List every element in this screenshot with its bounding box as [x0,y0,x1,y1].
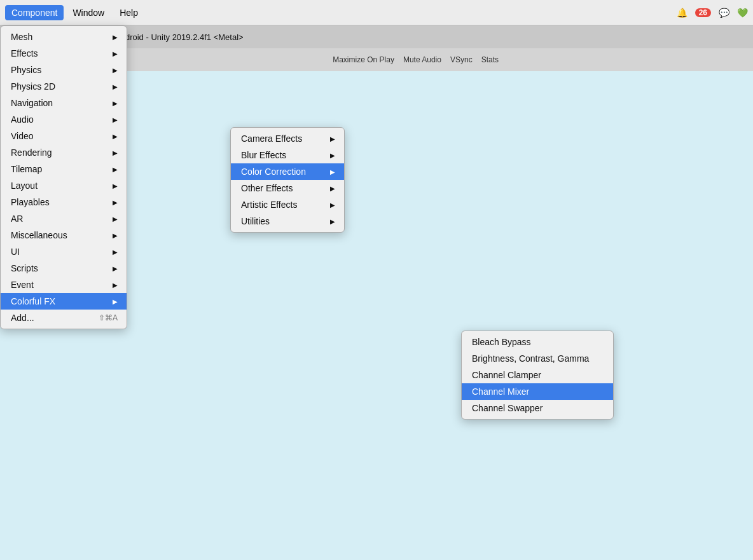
arrow-icon: ▶ [113,50,118,57]
submenu-color-correction[interactable]: Color Correction ▶ [231,163,344,180]
mute-audio[interactable]: Mute Audio [403,55,441,64]
arrow-icon: ▶ [113,199,118,206]
submenu-other-effects[interactable]: Other Effects ▶ [231,180,344,196]
color-correction-submenu: Bleach Bypass Brightness, Contrast, Gamm… [461,331,614,420]
colorful-fx-submenu: Camera Effects ▶ Blur Effects ▶ Color Co… [230,127,345,233]
arrow-icon: ▶ [330,152,335,159]
menu-item-ar[interactable]: AR ▶ [1,210,127,227]
menu-item-physics2d[interactable]: Physics 2D ▶ [1,78,127,95]
arrow-icon: ▶ [113,133,118,140]
submenu-utilities[interactable]: Utilities ▶ [231,213,344,229]
maximize-on-play[interactable]: Maximize On Play [333,55,394,64]
bell-icon: 🔔 [677,8,687,18]
submenu-camera-effects[interactable]: Camera Effects ▶ [231,130,344,147]
stats[interactable]: Stats [481,55,499,64]
menu-item-ui[interactable]: UI ▶ [1,243,127,260]
arrow-icon: ▶ [113,249,118,256]
menu-component[interactable]: Component [5,5,64,20]
arrow-icon: ▶ [330,168,335,175]
arrow-icon: ▶ [113,232,118,239]
menu-item-layout[interactable]: Layout ▶ [1,177,127,194]
menu-bar: Component Window Help 🔔 26 💬 💚 [0,0,753,25]
arrow-icon: ▶ [113,116,118,123]
menu-item-audio[interactable]: Audio ▶ [1,111,127,128]
wechat-icon: 💚 [737,8,748,18]
chat-icon: 💬 [719,8,729,18]
menu-item-playables[interactable]: Playables ▶ [1,194,127,210]
arrow-icon: ▶ [113,67,118,74]
arrow-icon: ▶ [113,149,118,156]
cc-channel-swapper[interactable]: Channel Swapper [462,400,613,416]
arrow-icon: ▶ [113,282,118,289]
notification-badge: 26 [695,8,711,17]
arrow-icon: ▶ [330,185,335,192]
menu-item-navigation[interactable]: Navigation ▶ [1,95,127,111]
menu-item-scripts[interactable]: Scripts ▶ [1,260,127,277]
menu-item-rendering[interactable]: Rendering ▶ [1,144,127,161]
arrow-icon: ▶ [113,83,118,90]
menu-help[interactable]: Help [113,5,144,20]
menu-item-tilemap[interactable]: Tilemap ▶ [1,161,127,177]
arrow-icon: ▶ [113,215,118,222]
arrow-icon: ▶ [113,34,118,41]
submenu-artistic-effects[interactable]: Artistic Effects ▶ [231,196,344,213]
menu-item-event[interactable]: Event ▶ [1,277,127,293]
arrow-icon: ▶ [330,218,335,225]
cc-bleach-bypass[interactable]: Bleach Bypass [462,334,613,350]
cc-channel-clamper[interactable]: Channel Clamper [462,367,613,383]
arrow-icon: ▶ [330,135,335,142]
arrow-icon: ▶ [113,298,118,305]
component-dropdown: Mesh ▶ Effects ▶ Physics ▶ Physics 2D ▶ … [0,25,127,329]
arrow-icon: ▶ [330,201,335,208]
arrow-icon: ▶ [113,265,118,272]
menu-bar-right-section: 🔔 26 💬 💚 [677,8,748,18]
arrow-icon: ▶ [113,166,118,173]
menu-item-miscellaneous[interactable]: Miscellaneous ▶ [1,227,127,243]
toolbar-controls: Maximize On Play Mute Audio VSync Stats [333,55,499,64]
menu-item-video[interactable]: Video ▶ [1,128,127,144]
menu-item-physics[interactable]: Physics ▶ [1,62,127,78]
cc-channel-mixer[interactable]: Channel Mixer [462,383,613,400]
shortcut-add: ⇧⌘A [99,313,118,322]
menu-window[interactable]: Window [66,5,111,20]
menu-item-add[interactable]: Add... ⇧⌘A [1,310,127,326]
menu-item-colorful-fx[interactable]: Colorful FX ▶ [1,293,127,310]
arrow-icon: ▶ [113,100,118,107]
menu-item-mesh[interactable]: Mesh ▶ [1,29,127,45]
cc-brightness-contrast-gamma[interactable]: Brightness, Contrast, Gamma [462,350,613,367]
menu-item-effects[interactable]: Effects ▶ [1,45,127,62]
vsync[interactable]: VSync [450,55,473,64]
submenu-blur-effects[interactable]: Blur Effects ▶ [231,147,344,163]
arrow-icon: ▶ [113,182,118,189]
